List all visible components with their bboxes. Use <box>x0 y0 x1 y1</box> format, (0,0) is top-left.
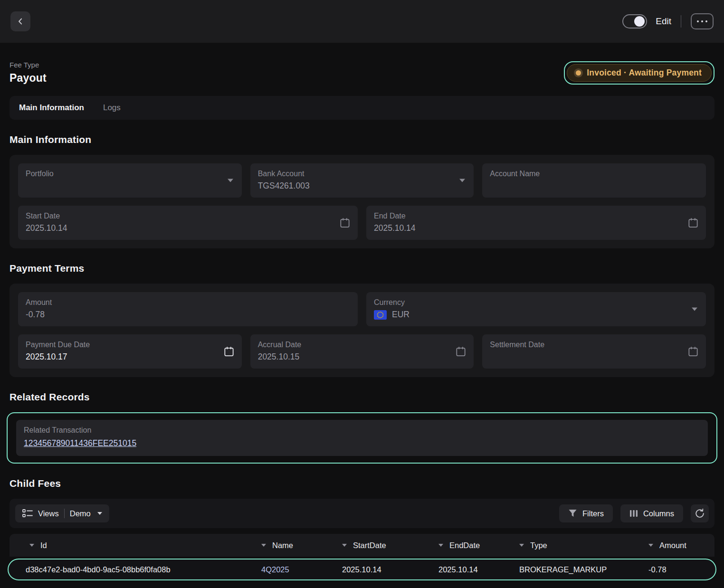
filter-icon <box>568 509 577 518</box>
payment-due-date-value: 2025.10.17 <box>26 352 234 362</box>
cell-startdate: 2025.10.14 <box>342 565 438 574</box>
views-divider <box>64 509 65 518</box>
column-menu-caret-icon <box>519 544 524 547</box>
tabbar: Main Information Logs <box>10 96 714 120</box>
end-date-value: 2025.10.14 <box>374 223 698 233</box>
related-transaction-link[interactable]: 123456789011436FEE251015 <box>24 438 136 448</box>
topbar-divider <box>681 15 681 28</box>
bank-account-label: Bank Account <box>258 169 467 179</box>
cell-id: d38c47e2-bad0-4bd0-9ac5-08bb6f0fa08b <box>9 565 261 574</box>
edit-toggle-label: Edit <box>656 16 671 27</box>
back-button[interactable] <box>10 11 30 31</box>
status-badge: Invoiced · Awaiting Payment <box>567 64 712 82</box>
columns-label: Columns <box>643 509 674 518</box>
child-fees-toolbar: Views Demo Filters Columns <box>10 499 714 528</box>
settlement-date-field[interactable]: Settlement Date <box>482 334 706 369</box>
portfolio-label: Portfolio <box>26 169 234 179</box>
cell-enddate: 2025.10.14 <box>438 565 519 574</box>
columns-icon <box>629 509 638 518</box>
column-header-id[interactable]: Id <box>10 541 261 550</box>
main-information-panel: Portfolio Bank Account TGS4261.003 Accou… <box>10 155 714 248</box>
column-header-type[interactable]: Type <box>519 541 648 550</box>
table-actions: Filters Columns <box>559 504 709 522</box>
account-name-field[interactable]: Account Name <box>482 163 706 198</box>
account-name-label: Account Name <box>490 169 698 179</box>
bank-account-select[interactable]: Bank Account TGS4261.003 <box>250 163 474 198</box>
chevron-down-icon <box>228 179 233 182</box>
calendar-icon <box>455 345 467 358</box>
portfolio-select[interactable]: Portfolio <box>18 163 242 198</box>
fee-header: Fee Type Payout Invoiced · Awaiting Paym… <box>10 60 714 85</box>
table-header: Id Name StartDate EndDate Type Amount <box>10 534 714 557</box>
currency-label: Currency <box>374 298 698 307</box>
calendar-icon <box>687 345 699 358</box>
column-menu-caret-icon <box>438 544 443 547</box>
chevron-down-icon <box>459 179 465 182</box>
status-badge-text: Invoiced · Awaiting Payment <box>587 68 702 78</box>
ellipsis-icon <box>697 20 707 22</box>
chevron-left-icon <box>16 17 25 26</box>
cell-name-link[interactable]: 4Q2025 <box>261 565 342 574</box>
table-row[interactable]: d38c47e2-bad0-4bd0-9ac5-08bb6f0fa08b 4Q2… <box>8 559 716 580</box>
more-options-button[interactable] <box>691 13 714 29</box>
filters-label: Filters <box>582 509 604 518</box>
start-date-field[interactable]: Start Date 2025.10.14 <box>18 206 358 240</box>
refresh-button[interactable] <box>691 504 709 522</box>
column-menu-caret-icon <box>261 544 266 547</box>
portfolio-value <box>26 181 234 191</box>
column-menu-caret-icon <box>29 544 34 547</box>
fee-type-label: Fee Type <box>10 61 47 69</box>
status-dot-icon <box>576 70 581 76</box>
currency-select[interactable]: Currency EUR <box>366 292 706 326</box>
tab-main-information[interactable]: Main Information <box>19 103 84 113</box>
cell-type: BROKERAGE_MARKUP <box>519 565 648 574</box>
chevron-down-icon <box>97 512 102 515</box>
views-label: Views <box>38 509 59 518</box>
column-header-enddate[interactable]: EndDate <box>438 541 519 550</box>
settlement-date-value <box>490 352 698 362</box>
views-list-icon <box>22 509 33 518</box>
fee-type-block: Fee Type Payout <box>10 61 47 85</box>
payment-terms-panel: Amount -0.78 Currency EUR Payment Due Da… <box>10 284 714 377</box>
calendar-icon <box>223 345 235 358</box>
accrual-date-value: 2025.10.15 <box>258 352 467 362</box>
calendar-icon <box>687 217 699 229</box>
end-date-field[interactable]: End Date 2025.10.14 <box>366 206 706 240</box>
active-view-name: Demo <box>70 509 91 518</box>
accrual-date-label: Accrual Date <box>258 340 467 350</box>
amount-field[interactable]: Amount -0.78 <box>18 292 358 326</box>
related-records-highlight: Related Transaction 123456789011436FEE25… <box>7 412 717 464</box>
related-records-heading: Related Records <box>10 391 714 403</box>
column-header-amount[interactable]: Amount <box>648 541 714 550</box>
cell-amount: -0.78 <box>648 565 715 574</box>
edit-toggle[interactable] <box>622 14 647 28</box>
column-menu-caret-icon <box>342 544 347 547</box>
topbar-actions: Edit <box>622 13 714 29</box>
bank-account-value: TGS4261.003 <box>258 181 467 191</box>
columns-button[interactable]: Columns <box>620 504 683 522</box>
account-name-value <box>490 181 698 191</box>
filters-button[interactable]: Filters <box>559 504 613 522</box>
start-date-label: Start Date <box>26 211 350 221</box>
tab-logs[interactable]: Logs <box>103 103 121 113</box>
main-information-heading: Main Information <box>10 134 714 145</box>
amount-label: Amount <box>26 298 350 307</box>
end-date-label: End Date <box>374 211 698 221</box>
eu-flag-icon <box>374 310 387 320</box>
calendar-icon <box>339 217 351 229</box>
page-content: Fee Type Payout Invoiced · Awaiting Paym… <box>0 60 724 580</box>
views-dropdown-button[interactable]: Views Demo <box>15 504 109 522</box>
payment-due-date-field[interactable]: Payment Due Date 2025.10.17 <box>18 334 242 369</box>
column-header-startdate[interactable]: StartDate <box>342 541 438 550</box>
start-date-value: 2025.10.14 <box>26 223 350 233</box>
amount-value: -0.78 <box>26 310 350 320</box>
page-title: Payout <box>10 72 47 85</box>
refresh-icon <box>695 508 705 519</box>
column-menu-caret-icon <box>648 544 653 547</box>
toggle-knob <box>634 16 645 27</box>
chevron-down-icon <box>692 308 697 311</box>
settlement-date-label: Settlement Date <box>490 340 698 350</box>
accrual-date-field[interactable]: Accrual Date 2025.10.15 <box>250 334 474 369</box>
status-badge-highlight: Invoiced · Awaiting Payment <box>564 61 714 85</box>
column-header-name[interactable]: Name <box>261 541 342 550</box>
